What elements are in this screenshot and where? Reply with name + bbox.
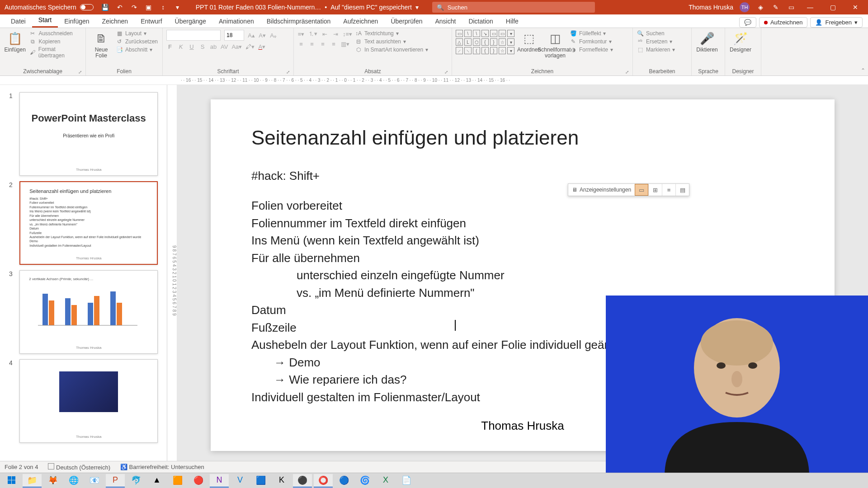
- user-name[interactable]: Thomas Hruska: [689, 4, 733, 11]
- document-title-area[interactable]: PPT 01 Roter Faden 003 Folien-Nummern… •…: [196, 4, 419, 11]
- start-button[interactable]: [2, 474, 21, 488]
- slide-thumbnail-1[interactable]: PowerPoint Masterclass Präsentieren wie …: [19, 92, 158, 176]
- collapse-ribbon-icon[interactable]: ⌃: [861, 67, 865, 74]
- align-text-button[interactable]: ⊟Text ausrichten ▾: [355, 38, 428, 45]
- taskbar-app-7[interactable]: ⭕: [314, 474, 333, 488]
- close-button[interactable]: ✕: [847, 0, 863, 14]
- highlight-icon[interactable]: 🖍▾: [245, 43, 255, 50]
- shadow-button[interactable]: ab: [210, 43, 217, 50]
- shapes-gallery[interactable]: ▭\\↘▭▭▾ △L⬡{}☆▾ ⟋⟍({}☆▾: [456, 30, 514, 54]
- taskbar-chrome[interactable]: 🌐: [64, 474, 83, 488]
- reset-button[interactable]: ↺Zurücksetzen: [116, 38, 158, 45]
- tab-design[interactable]: Entwurf: [134, 16, 168, 28]
- shape-effects-button[interactable]: ◑Formeffekte ▾: [570, 46, 613, 53]
- char-spacing-icon[interactable]: AV: [221, 43, 228, 50]
- taskbar-app-8[interactable]: 🔵: [335, 474, 354, 488]
- shape-outline-button[interactable]: ✎Formkontur ▾: [570, 38, 613, 45]
- line-spacing-icon[interactable]: ↕≡▾: [343, 31, 352, 38]
- tab-insert[interactable]: Einfügen: [58, 16, 95, 28]
- slide-title-text[interactable]: Seitenanzahl einfügen und platzieren: [251, 127, 794, 149]
- tab-dictation[interactable]: Dictation: [462, 16, 499, 28]
- autosave-toggle[interactable]: Automatisches Speichern: [5, 4, 94, 11]
- arrange-button[interactable]: ⬚Anordnen: [517, 30, 541, 53]
- shape-fill-button[interactable]: 🪣Fülleffekt ▾: [570, 30, 613, 37]
- display-settings-button[interactable]: 🖥Anzeigeeinstellungen: [568, 187, 635, 193]
- taskbar-app-4[interactable]: V: [231, 474, 250, 488]
- tab-file[interactable]: Datei: [5, 16, 32, 28]
- bullets-icon[interactable]: ≡▾: [297, 31, 305, 38]
- justify-icon[interactable]: ≡: [330, 41, 337, 47]
- quick-styles-button[interactable]: ◫Schnellformat-vorlagen: [543, 30, 567, 59]
- dialog-launcher-icon[interactable]: ⤢: [444, 70, 448, 75]
- horizontal-ruler[interactable]: · · 16 · · 15 · · 14 · · 13 · · 12 · · 1…: [0, 76, 868, 85]
- tab-transitions[interactable]: Übergänge: [169, 16, 212, 28]
- tab-review[interactable]: Überprüfen: [384, 16, 429, 28]
- redo-icon[interactable]: ↷: [130, 3, 139, 12]
- replace-button[interactable]: ᵃᵇErsetzen ▾: [637, 38, 675, 45]
- bold-button[interactable]: F: [166, 43, 174, 50]
- coming-soon-icon[interactable]: ◈: [756, 3, 765, 12]
- user-avatar[interactable]: TH: [740, 2, 750, 12]
- search-input[interactable]: 🔍 Suchen: [432, 2, 595, 13]
- select-button[interactable]: ⬚Markieren ▾: [637, 46, 675, 53]
- view-option-3[interactable]: ≡: [662, 184, 675, 196]
- undo-icon[interactable]: ↶: [115, 3, 124, 12]
- taskbar-explorer[interactable]: 📁: [23, 474, 42, 488]
- taskbar-app-2[interactable]: 🟧: [168, 474, 187, 488]
- tab-home[interactable]: Start: [32, 14, 58, 28]
- view-option-4[interactable]: ▤: [675, 184, 689, 196]
- new-slide-button[interactable]: 🗎 Neue Folie: [90, 30, 113, 59]
- indent-increase-icon[interactable]: ⇥: [332, 31, 339, 38]
- font-color-icon[interactable]: A▾: [258, 43, 265, 50]
- view-option-2[interactable]: ⊞: [648, 184, 662, 196]
- taskbar-vlc[interactable]: ▲: [147, 474, 166, 488]
- comments-button[interactable]: 💬: [739, 17, 756, 28]
- font-size-input[interactable]: [224, 30, 244, 41]
- text-direction-button[interactable]: ↕ATextrichtung ▾: [355, 30, 428, 37]
- touch-mode-icon[interactable]: ↕: [159, 3, 168, 12]
- paste-button[interactable]: 📋 Einfügen: [4, 30, 26, 53]
- columns-icon[interactable]: ▥▾: [341, 41, 349, 47]
- format-painter-button[interactable]: 🖌Format übertragen: [29, 46, 82, 59]
- slide-count[interactable]: Folie 2 von 4: [5, 464, 38, 470]
- copy-button[interactable]: ⧉Kopieren: [29, 38, 82, 45]
- qat-dropdown-icon[interactable]: ▾: [173, 3, 182, 12]
- slide-thumbnails-pane[interactable]: 1 PowerPoint Masterclass Präsentieren wi…: [0, 85, 167, 476]
- ribbon-display-icon[interactable]: ▭: [787, 3, 796, 12]
- numbering-icon[interactable]: ⒈▾: [308, 30, 317, 38]
- dialog-launcher-icon[interactable]: ⤢: [286, 70, 290, 75]
- tab-slideshow[interactable]: Bildschirmpräsentation: [260, 16, 337, 28]
- italic-button[interactable]: K: [177, 43, 184, 50]
- save-icon[interactable]: 💾: [101, 3, 110, 12]
- taskbar-app-6[interactable]: K: [272, 474, 291, 488]
- record-button[interactable]: Aufzeichnen: [759, 17, 808, 28]
- taskbar-app-1[interactable]: 🐬: [127, 474, 146, 488]
- align-center-icon[interactable]: ≡: [308, 41, 316, 47]
- slide-thumbnail-4[interactable]: Thomas Hruska: [19, 359, 158, 443]
- language-status[interactable]: Deutsch (Österreich): [48, 463, 110, 471]
- strike-button[interactable]: S: [199, 43, 206, 50]
- font-name-input[interactable]: [166, 30, 221, 41]
- tab-record[interactable]: Aufzeichnen: [337, 16, 384, 28]
- designer-button[interactable]: 🪄Designer: [729, 30, 752, 53]
- taskbar-app-3[interactable]: 🔴: [189, 474, 208, 488]
- convert-smartart-button[interactable]: ⬡In SmartArt konvertieren ▾: [355, 46, 428, 53]
- tab-help[interactable]: Hilfe: [500, 16, 525, 28]
- tab-view[interactable]: Ansicht: [429, 16, 462, 28]
- underline-button[interactable]: U: [188, 43, 195, 50]
- accessibility-status[interactable]: ♿ Barrierefreiheit: Untersuchen: [120, 464, 204, 470]
- taskbar-firefox[interactable]: 🦊: [43, 474, 62, 488]
- slide-thumbnail-2[interactable]: Seitenanzahl einfügen und platzieren #ha…: [19, 181, 158, 265]
- dialog-launcher-icon[interactable]: ⤢: [78, 70, 82, 75]
- grow-font-icon[interactable]: A▴: [248, 32, 255, 39]
- shrink-font-icon[interactable]: A▾: [259, 32, 266, 39]
- dictate-button[interactable]: 🎤Diktieren: [695, 30, 719, 53]
- vertical-ruler[interactable]: 9 8 7 6 5 4 3 2 1 0 1 2 3 4 5 6 7 8 9: [167, 85, 177, 476]
- cut-button[interactable]: ✂Ausschneiden: [29, 30, 82, 37]
- minimize-button[interactable]: —: [802, 0, 818, 14]
- pen-icon[interactable]: ✎: [771, 3, 780, 12]
- tab-animations[interactable]: Animationen: [212, 16, 260, 28]
- align-left-icon[interactable]: ≡: [297, 41, 305, 47]
- taskbar-edge[interactable]: 🌀: [355, 474, 374, 488]
- tab-draw[interactable]: Zeichnen: [96, 16, 135, 28]
